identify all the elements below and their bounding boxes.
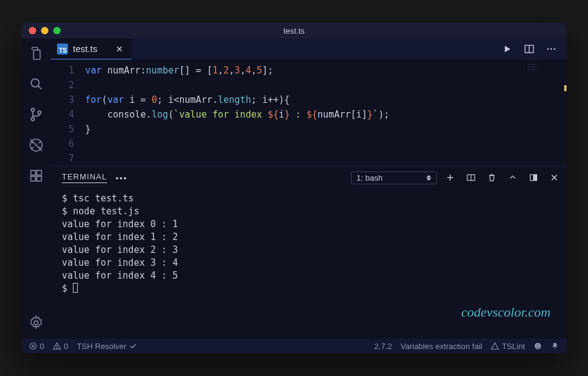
minimap[interactable]: ▬▬▬ ▬▬▬▬▬▬▬▬▬▬▬▬▬▬▬▬▬▬▬▬▬ (527, 63, 564, 81)
toggle-panel-icon[interactable] (529, 173, 538, 182)
status-errors-count: 0 (40, 342, 44, 351)
svg-point-4 (38, 111, 41, 114)
terminal-selector-label: 1: bash (356, 173, 383, 182)
titlebar: test.ts (21, 23, 567, 39)
svg-line-1 (38, 86, 41, 89)
debug-icon[interactable] (28, 137, 45, 154)
svg-rect-23 (533, 175, 537, 180)
svg-rect-10 (37, 176, 42, 181)
panel-more-icon[interactable]: ••• (116, 173, 128, 182)
status-warnings[interactable]: 0 (53, 342, 68, 351)
overview-ruler-mark (564, 85, 567, 91)
main-area: TS test.ts ✕ 12345 (21, 39, 567, 339)
svg-point-32 (537, 345, 537, 345)
split-terminal-icon[interactable] (466, 173, 476, 182)
status-message[interactable]: Variables extraction fail (401, 342, 482, 351)
svg-rect-11 (37, 170, 42, 175)
terminal-selector[interactable]: 1: bash (351, 171, 437, 184)
maximize-panel-icon[interactable] (508, 173, 518, 182)
new-terminal-icon[interactable] (445, 173, 455, 182)
svg-point-2 (31, 108, 34, 111)
svg-point-30 (57, 348, 58, 348)
settings-gear-icon[interactable] (28, 314, 45, 331)
split-editor-icon[interactable] (524, 43, 535, 55)
close-panel-icon[interactable] (549, 173, 559, 182)
source-control-icon[interactable] (28, 106, 45, 123)
status-resolver[interactable]: TSH Resolver (77, 342, 137, 351)
status-errors[interactable]: 0 (29, 342, 44, 351)
svg-point-31 (535, 343, 541, 350)
status-warnings-count: 0 (64, 342, 68, 351)
editor-window: test.ts (21, 23, 567, 353)
explorer-icon[interactable] (28, 45, 45, 62)
activity-bar (21, 39, 51, 339)
extensions-icon[interactable] (28, 167, 45, 184)
code-editor[interactable]: 1234567 var numArr:number[] = [1,2,3,4,5… (51, 59, 567, 166)
feedback-smiley-icon[interactable] (533, 342, 542, 350)
kill-terminal-icon[interactable] (487, 173, 497, 182)
svg-point-33 (538, 345, 539, 345)
status-linter[interactable]: TSLint (491, 342, 525, 351)
tab-filename: test.ts (73, 43, 97, 54)
svg-point-0 (31, 79, 39, 87)
terminal-actions (445, 173, 559, 182)
svg-point-3 (31, 118, 34, 121)
tab-bar: TS test.ts ✕ (51, 39, 567, 59)
more-actions-icon[interactable] (546, 43, 557, 55)
svg-rect-9 (31, 176, 36, 181)
line-number-gutter: 1234567 (51, 63, 85, 166)
code-content[interactable]: var numArr:number[] = [1,2,3,4,5]; for(v… (85, 63, 567, 166)
svg-rect-8 (31, 170, 36, 175)
status-version[interactable]: 2.7.2 (374, 342, 392, 351)
editor-actions (502, 39, 567, 59)
svg-point-15 (547, 48, 549, 50)
editor-group: TS test.ts ✕ 12345 (51, 39, 567, 339)
run-icon[interactable] (502, 43, 513, 55)
typescript-file-icon: TS (57, 43, 68, 55)
tab-test-ts[interactable]: TS test.ts ✕ (51, 39, 132, 59)
svg-point-16 (551, 48, 552, 50)
panel-header: TERMINAL ••• 1: bash (51, 167, 567, 189)
window-title: test.ts (21, 26, 567, 36)
svg-point-12 (34, 321, 39, 325)
watermark-text: codevscolor.com (461, 304, 551, 320)
terminal-tab[interactable]: TERMINAL (62, 172, 107, 183)
notifications-bell-icon[interactable] (551, 342, 559, 350)
close-tab-icon[interactable]: ✕ (113, 44, 126, 54)
svg-point-17 (554, 48, 556, 50)
status-bar: 0 0 TSH Resolver 2.7.2 Variables extract… (21, 339, 567, 353)
search-icon[interactable] (28, 75, 45, 92)
